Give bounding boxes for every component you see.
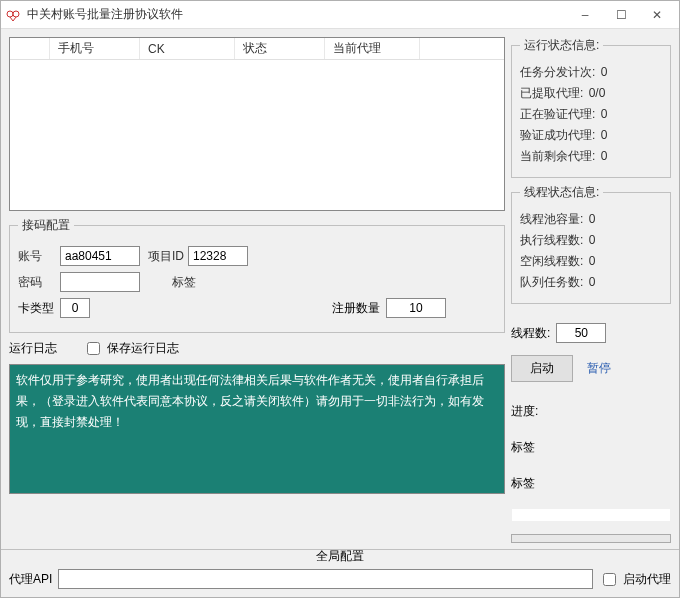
log-header: 运行日志 保存运行日志 xyxy=(9,339,505,358)
svg-point-0 xyxy=(7,11,13,17)
start-button[interactable]: 启动 xyxy=(511,355,573,382)
table-col-ck[interactable]: CK xyxy=(140,38,235,59)
task-dispatch-count: 0 xyxy=(601,65,608,79)
password-label: 密码 xyxy=(18,274,56,291)
proxy-api-label: 代理API xyxy=(9,571,52,588)
log-label: 运行日志 xyxy=(9,340,57,357)
tag-input[interactable] xyxy=(200,272,260,292)
save-log-label: 保存运行日志 xyxy=(107,340,179,357)
status-strip xyxy=(511,508,671,522)
window-title: 中关村账号批量注册协议软件 xyxy=(27,6,567,23)
global-config-group: 全局配置 代理API 启动代理 xyxy=(1,549,679,597)
verified-proxy-count: 0 xyxy=(601,128,608,142)
minimize-button[interactable]: – xyxy=(567,1,603,29)
fetched-proxy-count: 0/0 xyxy=(589,86,606,100)
progress-bar xyxy=(511,534,671,543)
table-col-status[interactable]: 状态 xyxy=(235,38,325,59)
accounts-table[interactable]: 手机号 CK 状态 当前代理 xyxy=(9,37,505,211)
global-config-legend: 全局配置 xyxy=(316,549,364,563)
thread-count-input[interactable] xyxy=(556,323,606,343)
proxy-api-input[interactable] xyxy=(58,569,593,589)
regcount-label: 注册数量 xyxy=(332,300,380,317)
table-col-blank[interactable] xyxy=(10,38,50,59)
pause-button[interactable]: 暂停 xyxy=(587,360,611,377)
account-label: 账号 xyxy=(18,248,56,265)
save-log-checkbox[interactable] xyxy=(87,342,100,355)
enable-proxy-checkbox[interactable] xyxy=(603,573,616,586)
table-body[interactable] xyxy=(10,60,504,210)
log-textarea[interactable]: 软件仅用于参考研究，使用者出现任何法律相关后果与软件作者无关，使用者自行承担后果… xyxy=(9,364,505,494)
table-header: 手机号 CK 状态 当前代理 xyxy=(10,38,504,60)
queued-tasks: 0 xyxy=(589,275,596,289)
maximize-button[interactable]: ☐ xyxy=(603,1,639,29)
cardtype-input[interactable] xyxy=(60,298,90,318)
remaining-proxy-count: 0 xyxy=(601,149,608,163)
sms-config-legend: 接码配置 xyxy=(18,217,74,234)
enable-proxy-label: 启动代理 xyxy=(623,571,671,588)
running-threads: 0 xyxy=(589,233,596,247)
status-tag-2: 标签 xyxy=(511,475,671,492)
run-status-legend: 运行状态信息: xyxy=(520,37,603,54)
progress-label: 进度: xyxy=(511,403,671,420)
svg-point-1 xyxy=(13,11,19,17)
table-col-phone[interactable]: 手机号 xyxy=(50,38,140,59)
thread-count-label: 线程数: xyxy=(511,325,550,342)
pool-size: 0 xyxy=(589,212,596,226)
projectid-label: 项目ID xyxy=(148,248,184,265)
save-log-checkbox-wrap[interactable]: 保存运行日志 xyxy=(83,339,179,358)
cardtype-label: 卡类型 xyxy=(18,300,54,317)
status-tag-1: 标签 xyxy=(511,439,671,456)
enable-proxy-wrap[interactable]: 启动代理 xyxy=(599,570,671,589)
app-icon xyxy=(5,7,21,23)
thread-status-legend: 线程状态信息: xyxy=(520,184,603,201)
app-window: 中关村账号批量注册协议软件 – ☐ ✕ 手机号 CK 状态 当前代理 接码配 xyxy=(0,0,680,598)
run-status-group: 运行状态信息: 任务分发计次: 0 已提取代理: 0/0 正在验证代理: 0 验… xyxy=(511,37,671,178)
password-input[interactable] xyxy=(60,272,140,292)
thread-count-row: 线程数: xyxy=(511,323,671,343)
thread-status-group: 线程状态信息: 线程池容量: 0 执行线程数: 0 空闲线程数: 0 队列任务数… xyxy=(511,184,671,304)
tag-label: 标签 xyxy=(172,274,196,291)
verifying-proxy-count: 0 xyxy=(601,107,608,121)
table-col-proxy[interactable]: 当前代理 xyxy=(325,38,420,59)
sms-config-group: 接码配置 账号 项目ID 密码 标签 卡类型 xyxy=(9,217,505,333)
regcount-input[interactable] xyxy=(386,298,446,318)
projectid-input[interactable] xyxy=(188,246,248,266)
titlebar: 中关村账号批量注册协议软件 – ☐ ✕ xyxy=(1,1,679,29)
idle-threads: 0 xyxy=(589,254,596,268)
account-input[interactable] xyxy=(60,246,140,266)
close-button[interactable]: ✕ xyxy=(639,1,675,29)
